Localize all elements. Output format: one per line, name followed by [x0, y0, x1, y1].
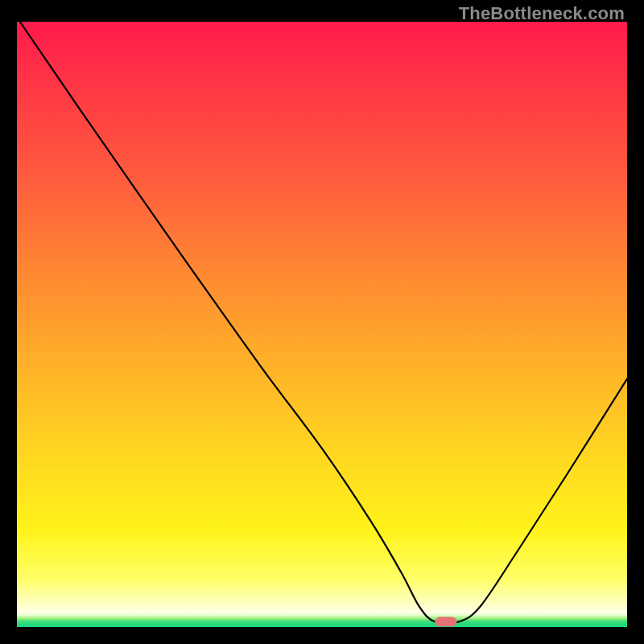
optimal-marker — [435, 617, 456, 626]
chart-container: TheBottleneck.com — [0, 0, 644, 644]
chart-overlay — [17, 22, 627, 627]
bottleneck-curve — [20, 22, 627, 624]
